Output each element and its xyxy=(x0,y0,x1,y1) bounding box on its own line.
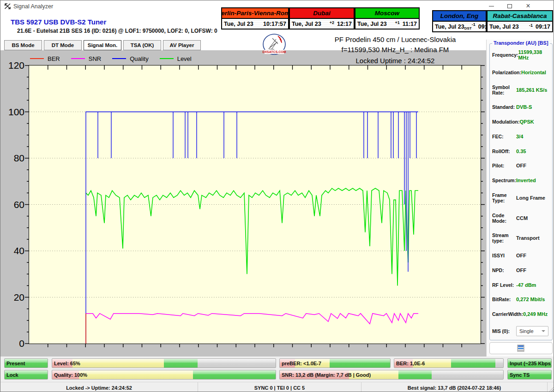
transponder-row-value: 0.35 xyxy=(516,148,526,154)
indicator-sync-ts: Sync TS xyxy=(507,370,552,380)
y-axis-label-20: 20 xyxy=(1,292,24,303)
transponder-panel: Transponder (AU) [BS] Frequency:11599,33… xyxy=(486,40,554,356)
tab-tsa-ok-[interactable]: TSA (OK) xyxy=(123,40,161,50)
indicator-lock: Lock xyxy=(4,370,48,380)
transponder-row-frequency: Frequency:11599,338 MHz xyxy=(492,49,551,60)
close-button[interactable]: × xyxy=(520,1,536,11)
legend-label: Quality xyxy=(130,55,148,62)
transponder-row-label: ISSYI xyxy=(492,253,516,258)
clock-time: 09:17 xyxy=(536,24,550,30)
transponder-row-issyi: ISSYIOFF xyxy=(492,253,551,258)
dxsatcs-logo: DXSATCS.COM xyxy=(262,34,286,58)
transponder-row-value: 11599,338 MHz xyxy=(518,49,551,60)
tuning-info: 21.6E - Eutelsat 21B SES 16 (ID: 0216) @… xyxy=(17,28,217,34)
signal-analyzer-window: Signal Analyzer × TBS 5927 USB DVB-S2 Tu… xyxy=(0,0,554,392)
series-snr xyxy=(86,314,418,324)
mis-label: MIS (0): xyxy=(492,328,516,334)
transponder-row-carrierwidth: CarrierWidth:0,249 MHz xyxy=(492,311,551,317)
y-axis-label-60: 60 xyxy=(1,199,24,210)
transponder-row-value: DVB-S xyxy=(516,104,532,110)
logo-text: DXSATCS.COM xyxy=(262,50,286,53)
transponder-row-value: OFF xyxy=(516,163,526,168)
transponder-row-rolloff: RollOff:0.35 xyxy=(492,148,551,154)
antenna-location-text: PF Prodelin 450 cm / Lucenec-Slovakia xyxy=(291,36,499,43)
clock-time-row: Tue, Jul 23+111:17 xyxy=(355,19,420,30)
ts-list-button[interactable] xyxy=(489,342,553,354)
transponder-row-label: Modulation: xyxy=(492,119,519,125)
resize-grip[interactable] xyxy=(548,386,554,392)
transponder-row-rf-level: RF Level:-47 dBm xyxy=(492,282,551,288)
indicator-label: Level: 65% xyxy=(52,361,80,366)
transponder-row-label: Pilot: xyxy=(492,163,516,168)
legend-item-snr: SNR xyxy=(71,55,101,62)
clock-time-row: Tue, Jul 23DST-109:17:57 xyxy=(432,22,487,32)
indicator-input-235-kbps: Input (~235 Kbps) xyxy=(507,358,552,368)
transponder-row-polarization: Polarization:Horizontal xyxy=(492,70,551,75)
signal-plot-svg xyxy=(29,65,481,344)
transponder-group-title: Transponder (AU) [BS] xyxy=(492,40,550,46)
indicator-label: Lock xyxy=(5,372,18,378)
tab-dt-mode[interactable]: DT Mode xyxy=(44,40,82,50)
legend-label: BER xyxy=(48,55,60,62)
clock-date: Tue, Jul 23 xyxy=(292,21,321,27)
clock-date: Tue, Jul 23 xyxy=(489,24,519,30)
clock-utc-offset: +1 xyxy=(387,21,403,27)
minimize-button[interactable] xyxy=(483,1,499,11)
transponder-row-modulation: Modulation:QPSK xyxy=(492,119,551,125)
transponder-row-fec: FEC:3/4 xyxy=(492,134,551,139)
stacked-list-icon xyxy=(517,344,525,352)
transponder-row-value: Long Frame xyxy=(516,195,545,201)
transponder-row-value: Transport xyxy=(516,235,540,241)
transponder-row-value: OFF xyxy=(516,253,526,258)
clock-time-row: Tue, Jul 23-109:17 xyxy=(487,22,553,32)
clock-time: 11:17 xyxy=(403,21,417,27)
transponder-row-label: BitRate: xyxy=(492,297,516,302)
legend-line-ber xyxy=(30,58,44,59)
clock-utc-offset: DST-1 xyxy=(464,23,478,30)
clock-city-label: Dubai xyxy=(289,7,355,19)
mis-dropdown[interactable]: Single xyxy=(516,326,548,336)
indicator-level-65: Level: 65% xyxy=(52,358,276,368)
indicator-quality-100: Quality: 100% xyxy=(52,370,276,380)
signal-plot xyxy=(29,65,481,344)
app-icon xyxy=(4,3,11,12)
clock-london-eng: London, EngTue, Jul 23DST-109:17:57 xyxy=(432,10,487,32)
clock-utc-offset: -1 xyxy=(519,24,536,30)
frequency-service-text: f=11599,530 MHz_H_ : Medina FM xyxy=(291,46,499,53)
transponder-row-code-mode: Code Mode:CCM xyxy=(492,213,551,224)
chart-legend: BERSNRQualityLevel xyxy=(30,54,192,63)
transponder-rows: Frequency:11599,338 MHzPolarization:Hori… xyxy=(492,49,551,336)
transponder-row-label: FEC: xyxy=(492,134,516,139)
legend-label: Level xyxy=(177,55,192,62)
transponder-row-label: Standard: xyxy=(492,104,516,110)
maximize-button[interactable] xyxy=(502,1,518,11)
clock-dubai: DubaiTue, Jul 23+212:17 xyxy=(289,7,355,30)
chevron-down-icon xyxy=(542,330,545,332)
clock-date: Tue, Jul 23 xyxy=(357,21,387,27)
y-axis-label-0: 0 xyxy=(1,338,24,349)
legend-item-quality: Quality xyxy=(112,55,148,62)
clock-city-label: Rabat-Casablanca xyxy=(487,10,553,22)
clock-moscow: MoscowTue, Jul 23+111:17 xyxy=(355,7,420,30)
tab-signal-mon-[interactable]: Signal Mon. xyxy=(84,40,121,50)
transponder-row-label: NPD: xyxy=(492,267,516,273)
statusbar-cell-1: SYNC 0 | TEI 0 | CC 5 xyxy=(198,382,361,392)
transponder-row-bitrate: BitRate:0,272 Mbit/s xyxy=(492,297,551,302)
indicator-preber-1-0e-7: preBER: <1.0E-7 xyxy=(279,358,391,368)
indicator-label: Sync TS xyxy=(508,372,530,378)
legend-line-snr xyxy=(71,58,85,59)
transponder-row-frame-type: Frame Type:Long Frame xyxy=(492,192,551,203)
legend-item-level: Level xyxy=(160,55,192,62)
transponder-row-symbol-rate: Symbol Rate:185,261 KS/s xyxy=(492,84,551,95)
transponder-row-value: CCM xyxy=(516,215,528,221)
indicator-present: Present xyxy=(4,358,48,368)
tab-bs-mode[interactable]: BS Mode xyxy=(4,40,42,50)
site-info: PF Prodelin 450 cm / Lucenec-Slovakia f=… xyxy=(291,36,499,65)
mis-selected-value: Single xyxy=(519,328,534,334)
statusbar-cell-0: Locked -> Uptime: 24:24:52 xyxy=(0,382,198,392)
clock-utc-offset: +2 xyxy=(321,21,337,27)
tab-av-player[interactable]: AV Player xyxy=(163,40,201,50)
transponder-row-standard: Standard:DVB-S xyxy=(492,104,551,110)
transponder-row-npd: NPD:OFF xyxy=(492,267,551,273)
series-level xyxy=(86,188,418,285)
